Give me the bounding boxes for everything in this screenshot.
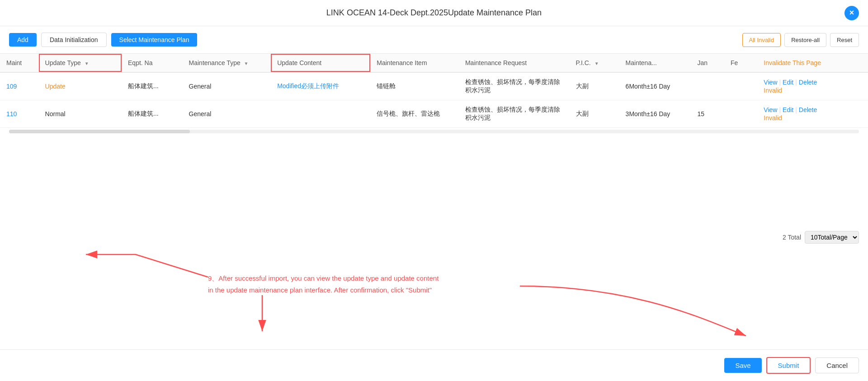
view-link[interactable]: View	[764, 79, 777, 86]
all-invalid-button[interactable]: All Invalid	[742, 33, 781, 47]
delete-link[interactable]: Delete	[799, 79, 817, 86]
toolbar: Add Data Initialization Select Maintenan…	[0, 26, 868, 54]
cell-actions: View|Edit|DeleteInvalid	[757, 72, 868, 100]
cancel-button[interactable]: Cancel	[815, 357, 859, 373]
table-header-row: Maint Update Type ▼ Eqpt. Na Maintenance…	[0, 54, 868, 72]
th-maintenance-item: Maintenance Item	[370, 54, 459, 72]
cell-jan: 15	[691, 100, 724, 128]
cell-maintenance-type: General	[183, 72, 271, 100]
cell-fe	[724, 72, 757, 100]
cell-maint[interactable]: 109	[0, 72, 39, 100]
footer-bar: Save Submit Cancel	[0, 349, 868, 381]
cell-actions: View|Edit|DeleteInvalid	[757, 100, 868, 128]
scrollbar-thumb[interactable]	[9, 130, 190, 133]
action-separator: |	[795, 106, 797, 113]
select-maintenance-plan-button[interactable]: Select Maintenance Plan	[111, 33, 198, 47]
th-maint: Maint	[0, 54, 39, 72]
modal-title: LINK OCEAN 14-Deck Dept.2025Update Maint…	[326, 8, 542, 18]
cell-fe	[724, 100, 757, 128]
update-type-value: Normal	[45, 110, 66, 118]
main-table: Maint Update Type ▼ Eqpt. Na Maintenance…	[0, 54, 868, 128]
th-actions: Invalidate This Page	[757, 54, 868, 72]
action-links-top: View|Edit|Delete	[764, 106, 862, 113]
th-update-content: Update Content	[271, 54, 370, 72]
maint-id-link[interactable]: 109	[6, 83, 17, 90]
cell-update-content	[271, 100, 370, 128]
cell-update-type: Update	[39, 72, 122, 100]
submit-button[interactable]: Submit	[766, 357, 811, 374]
view-link[interactable]: View	[764, 106, 777, 113]
per-page-select[interactable]: 10Total/Page	[805, 231, 859, 244]
save-button[interactable]: Save	[724, 358, 761, 373]
data-initialization-button[interactable]: Data Initialization	[41, 33, 107, 47]
th-pic[interactable]: P.I.C. ▼	[570, 54, 619, 72]
th-eqpt: Eqpt. Na	[122, 54, 183, 72]
th-jan: Jan	[691, 54, 724, 72]
delete-link[interactable]: Delete	[799, 106, 817, 113]
maintenance-type-dropdown-icon[interactable]: ▼	[244, 61, 249, 66]
cell-jan	[691, 72, 724, 100]
annotation-text: 9、After successful import, you can view …	[208, 273, 439, 296]
action-links-top: View|Edit|Delete	[764, 79, 862, 86]
cell-maintenance-request: 检查锈蚀、损坏情况，每季度清除积水污泥	[459, 100, 570, 128]
annotation-arrows	[0, 250, 868, 349]
th-maintenance-type[interactable]: Maintenance Type ▼	[183, 54, 271, 72]
cell-maintena: 3Month±16 Day	[619, 100, 691, 128]
add-button[interactable]: Add	[9, 33, 37, 47]
th-update-type[interactable]: Update Type ▼	[39, 54, 122, 72]
update-type-value-highlighted: Update	[45, 83, 66, 90]
edit-link[interactable]: Edit	[783, 106, 793, 113]
right-toolbar: All Invalid Restore-all Reset	[742, 33, 859, 47]
cell-eqpt: 船体建筑...	[122, 100, 183, 128]
cell-update-content: Modified必须上传附件	[271, 72, 370, 100]
invalid-link[interactable]: Invalid	[764, 114, 862, 122]
cell-maintenance-type: General	[183, 100, 271, 128]
invalid-link[interactable]: Invalid	[764, 87, 862, 94]
table-row: 110Normal船体建筑...General信号桅、旗杆、雷达桅检查锈蚀、损坏…	[0, 100, 868, 128]
action-separator: |	[795, 79, 797, 86]
restore-all-button[interactable]: Restore-all	[784, 33, 826, 47]
cell-maintenance-item: 锚链舱	[370, 72, 459, 100]
th-fe: Fe	[724, 54, 757, 72]
cell-maintenance-request: 检查锈蚀、损坏情况，每季度清除积水污泥	[459, 72, 570, 100]
cell-maint[interactable]: 110	[0, 100, 39, 128]
table-row: 109Update船体建筑...GeneralModified必须上传附件锚链舱…	[0, 72, 868, 100]
cell-eqpt: 船体建筑...	[122, 72, 183, 100]
edit-link[interactable]: Edit	[783, 79, 793, 86]
action-separator: |	[779, 79, 781, 86]
cell-pic: 大副	[570, 100, 619, 128]
th-maintena: Maintena...	[619, 54, 691, 72]
reset-button[interactable]: Reset	[830, 33, 859, 47]
total-count: 2 Total	[783, 234, 801, 241]
pagination: 2 Total 10Total/Page	[0, 225, 868, 250]
maint-id-link[interactable]: 110	[6, 110, 17, 118]
cell-maintenance-item: 信号桅、旗杆、雷达桅	[370, 100, 459, 128]
th-maintenance-request: Maintenance Request	[459, 54, 570, 72]
cell-update-type: Normal	[39, 100, 122, 128]
modal-header: LINK OCEAN 14-Deck Dept.2025Update Maint…	[0, 0, 868, 26]
horizontal-scrollbar[interactable]	[9, 130, 859, 133]
cell-maintena: 6Month±16 Day	[619, 72, 691, 100]
modal-container: LINK OCEAN 14-Deck Dept.2025Update Maint…	[0, 0, 868, 381]
close-button[interactable]: ×	[844, 6, 859, 20]
table-wrapper: Maint Update Type ▼ Eqpt. Na Maintenance…	[0, 54, 868, 225]
update-type-dropdown-icon[interactable]: ▼	[85, 61, 89, 66]
cell-pic: 大副	[570, 72, 619, 100]
action-separator: |	[779, 106, 781, 113]
annotation-area: 9、After successful import, you can view …	[0, 250, 868, 349]
pic-dropdown-icon[interactable]: ▼	[594, 61, 599, 66]
update-content-value-highlighted: Modified必须上传附件	[277, 82, 339, 89]
